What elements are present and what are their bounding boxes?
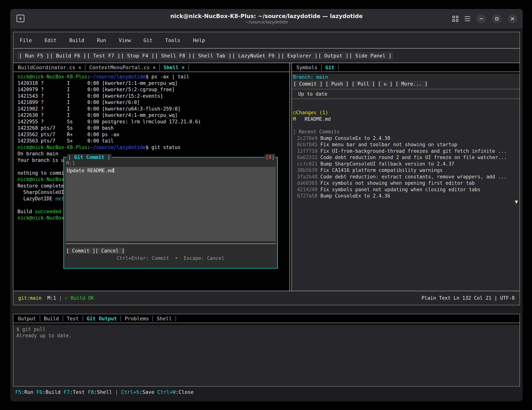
tab-test[interactable]: Test xyxy=(63,316,83,322)
new-tab-icon[interactable]: + xyxy=(17,15,24,22)
commit-row[interactable]: 0cbf845 Fix menu bar and toolbar not sho… xyxy=(297,141,518,148)
toolbar-button-stop-f4[interactable]: [ Stop F4 ] xyxy=(121,53,155,59)
commit-message-input[interactable]: Update README.md xyxy=(66,167,276,241)
tab-git-output[interactable]: Git Output xyxy=(83,316,121,322)
changed-file-row[interactable]: M README.md xyxy=(293,116,518,122)
toolbar-button-run-f5[interactable]: [ Run F5 ] xyxy=(19,53,50,59)
tab-contextmenuportal-cs[interactable]: ContextMenuPortal.cs × xyxy=(86,65,160,70)
scroll-down-indicator[interactable]: ▼ xyxy=(515,199,518,205)
menu-help[interactable]: Help xyxy=(193,37,205,43)
side-panel-tab-bar: SymbolsGit xyxy=(292,63,520,72)
dialog-shortcut-hint: Ctrl+Enter: Commit • Escape: Cancel xyxy=(66,255,276,261)
menu-build[interactable]: Build xyxy=(69,37,84,43)
close-icon xyxy=(511,17,514,21)
git-button-commit[interactable]: [ Commit ] xyxy=(293,81,323,87)
git-commit-dialog: | Git Commit | [X] M:1 Update README.md … xyxy=(63,157,278,269)
menu-run[interactable]: Run xyxy=(97,37,106,43)
recent-commits-list: 2c276e9 Bump ConsoleEx to 2.4.380cbf845 … xyxy=(297,135,518,199)
menu-view[interactable]: View xyxy=(119,37,131,43)
git-side-panel: SymbolsGit Branch: main [ Commit ][ Push… xyxy=(292,63,520,291)
spacer xyxy=(13,323,520,325)
window-subtitle: ~/source/lazydotide xyxy=(170,19,362,24)
commit-message-text: Update README.md xyxy=(67,168,114,173)
toolbar-button-side-panel[interactable]: [ Side Panel ] xyxy=(349,53,392,59)
titlebar[interactable]: + nick@nick-NucBox-K8-Plus: ~/source/laz… xyxy=(10,9,523,29)
tab-problems[interactable]: Problems xyxy=(121,316,153,322)
editor-split: BuildCoordinator.cs ×ContextMenuPortal.c… xyxy=(13,63,520,291)
tab-overview-icon[interactable] xyxy=(452,16,458,22)
window-controls xyxy=(452,9,517,29)
git-action-buttons: [ Commit ][ Push ][ Pull ][ ↻ ][ More...… xyxy=(293,81,518,87)
maximize-icon xyxy=(495,17,498,20)
dialog-title: | Git Commit | xyxy=(67,154,112,161)
tab-symbols[interactable]: Symbols xyxy=(292,65,322,70)
commit-button[interactable]: [ Commit ] xyxy=(66,248,95,254)
commit-row[interactable]: 6727a58 Bump ConsoleEx to 2.4.36 xyxy=(297,193,518,199)
branch-label: Branch: main xyxy=(293,74,518,80)
dialog-buttons: [ Commit ][ Cancel ] xyxy=(66,248,125,254)
terminal-line: 1423563 pts/7 S+ 0:00 tail xyxy=(18,138,289,144)
minimize-button[interactable] xyxy=(476,14,486,23)
cancel-button[interactable]: [ Cancel ] xyxy=(95,248,125,254)
commit-row[interactable]: cc7c021 Bump SharpConsoleUI fallback ver… xyxy=(297,161,518,167)
maximize-button[interactable] xyxy=(492,14,502,23)
git-panel-content: Branch: main [ Commit ][ Push ][ Pull ][… xyxy=(292,74,520,199)
window-title-block: nick@nick-NucBox-K8-Plus: ~/source/lazyd… xyxy=(170,13,362,24)
hamburger-menu-icon[interactable] xyxy=(465,16,470,21)
commit-row[interactable]: 2c276e9 Bump ConsoleEx to 2.4.38 xyxy=(297,135,518,142)
terminal-line: 1422955 ? Ss 0:00 postgres: lrm lrmcloud… xyxy=(18,118,289,125)
toolbar-button-shell-tab[interactable]: [ Shell Tab ] xyxy=(192,53,232,59)
commit-row[interactable]: 6a62332 Code debt reduction round 2 and … xyxy=(297,154,518,161)
commit-row[interactable]: 38b5639 Fix CA1416 platform compatibilit… xyxy=(297,167,518,173)
commit-row[interactable]: 12f7710 Fix UI-from-background-thread fr… xyxy=(297,148,518,154)
git-button-item[interactable]: [ ↻ ] xyxy=(378,81,393,87)
editor-tab-bar: BuildCoordinator.cs ×ContextMenuPortal.c… xyxy=(13,63,289,72)
commit-row[interactable]: da60365 Fix symbols not showing when ope… xyxy=(297,180,518,186)
divider xyxy=(66,244,276,244)
tab-buildcoordinator-cs[interactable]: BuildCoordinator.cs × xyxy=(14,65,86,70)
git-button-pull[interactable]: [ Pull ] xyxy=(352,81,375,87)
close-button[interactable] xyxy=(508,14,517,23)
ide-app: FileEditBuildRunViewGitToolsHelp [ Run F… xyxy=(10,29,523,401)
terminal-line: $ git pull xyxy=(16,326,520,333)
git-output-content[interactable]: $ git pullAlready up to date. xyxy=(13,325,520,339)
git-button-more[interactable]: [ More... ] xyxy=(395,81,428,87)
terminal-line: nick@nick-NucBox-K8-Plus:~/source/lazydo… xyxy=(18,74,289,80)
toolbar-button-test-f7[interactable]: [ Test F7 ] xyxy=(87,53,121,59)
terminal-line: 1423562 pts/7 R+ 0:00 ps -ax xyxy=(18,131,289,138)
terminal-window: + nick@nick-NucBox-K8-Plus: ~/source/laz… xyxy=(10,9,523,401)
toolbar-button-output[interactable]: [ Output ] xyxy=(318,53,349,59)
tab-shell[interactable]: Shell × xyxy=(160,65,189,70)
menu-edit[interactable]: Edit xyxy=(45,37,57,43)
git-button-push[interactable]: [ Push ] xyxy=(325,81,349,87)
commit-row[interactable]: 3fa2b48 Code debt reduction: extract con… xyxy=(297,173,518,180)
toolbar-button-shell-f8[interactable]: [ Shell F8 ] xyxy=(155,53,192,59)
changes-ring-icon: ○ xyxy=(293,109,296,115)
spacer xyxy=(13,305,520,314)
tab-shell[interactable]: Shell xyxy=(153,316,176,322)
dialog-file-summary: M:1 xyxy=(66,160,276,166)
minimize-icon xyxy=(480,19,483,19)
menu-git[interactable]: Git xyxy=(143,37,152,43)
menu-bar: FileEditBuildRunViewGitToolsHelp xyxy=(13,32,520,48)
changes-section: ○Changes (1) M README.md xyxy=(293,109,518,122)
bottom-panel: OutputBuildTestGit OutputProblemsShell $… xyxy=(13,314,520,387)
menu-file[interactable]: File xyxy=(20,37,32,43)
toolbar-button-build-f6[interactable]: [ Build F6 ] xyxy=(50,53,87,59)
divider xyxy=(292,99,520,99)
status-right: Plain Text Ln 132 Col 21 | UTF-8 xyxy=(421,295,515,301)
recent-commits-header: │ Recent Commits xyxy=(293,129,518,135)
divider xyxy=(292,89,520,89)
dialog-body: M:1 Update README.md [ Commit ][ Cancel … xyxy=(64,158,277,261)
commit-row[interactable]: 4214240 Fix symbols panel not updating w… xyxy=(297,186,518,193)
toolbar-button-explorer[interactable]: [ Explorer ] xyxy=(281,53,318,59)
editor-scrollbar[interactable] xyxy=(289,63,292,291)
menu-tools[interactable]: Tools xyxy=(165,37,180,43)
status-bar: git:main M:1 | ✓ Build OK Plain Text Ln … xyxy=(13,291,520,305)
sync-status: Up to date xyxy=(298,91,518,97)
tab-output[interactable]: Output xyxy=(14,316,40,322)
tab-git[interactable]: Git xyxy=(322,65,339,70)
toolbar-button-lazynuget-f9[interactable]: [ LazyNuGet F9 ] xyxy=(232,53,281,59)
tab-build[interactable]: Build xyxy=(40,316,63,322)
dialog-close-button[interactable]: [X] xyxy=(265,154,275,161)
